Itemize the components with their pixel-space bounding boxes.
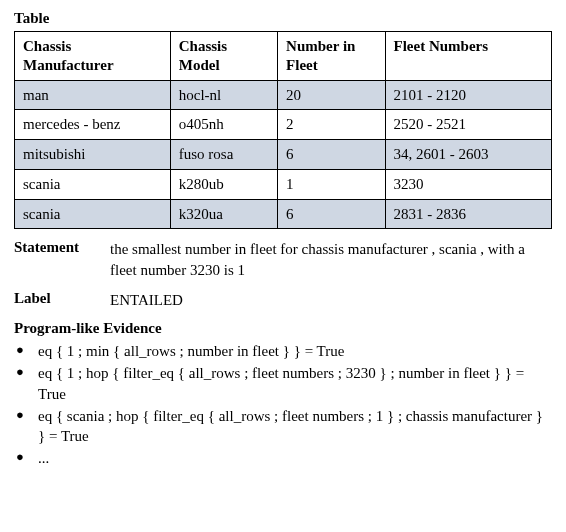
table-row: mercedes - benzo405nh22520 - 2521 <box>15 110 552 140</box>
statement-text: the smallest number in fleet for chassis… <box>110 239 552 280</box>
table-row: scaniak280ub13230 <box>15 169 552 199</box>
table-cell: 2831 - 2836 <box>385 199 552 229</box>
table-cell: k280ub <box>170 169 277 199</box>
table-row: scaniak320ua62831 - 2836 <box>15 199 552 229</box>
table-cell: 1 <box>278 169 385 199</box>
table-cell: 34, 2601 - 2603 <box>385 140 552 170</box>
table-cell: mercedes - benz <box>15 110 171 140</box>
label-text: ENTAILED <box>110 290 552 310</box>
statement-key: Statement <box>14 239 110 256</box>
evidence-item: eq { scania ; hop { filter_eq { all_rows… <box>14 406 552 447</box>
table-header-row: Chassis Manufacturer Chassis Model Numbe… <box>15 32 552 81</box>
table-cell: 6 <box>278 140 385 170</box>
label-key: Label <box>14 290 110 307</box>
table-cell: mitsubishi <box>15 140 171 170</box>
statement-row: Statement the smallest number in fleet f… <box>14 239 552 280</box>
evidence-heading: Program-like Evidence <box>14 320 552 337</box>
table-body: manhocl-nl202101 - 2120mercedes - benzo4… <box>15 80 552 229</box>
chassis-table: Chassis Manufacturer Chassis Model Numbe… <box>14 31 552 229</box>
table-heading: Table <box>14 10 552 27</box>
table-cell: scania <box>15 199 171 229</box>
evidence-item: eq { 1 ; min { all_rows ; number in flee… <box>14 341 552 361</box>
table-row: mitsubishifuso rosa634, 2601 - 2603 <box>15 140 552 170</box>
evidence-item: ... <box>14 448 552 468</box>
table-cell: hocl-nl <box>170 80 277 110</box>
table-row: manhocl-nl202101 - 2120 <box>15 80 552 110</box>
table-header: Chassis Model <box>170 32 277 81</box>
table-cell: 2101 - 2120 <box>385 80 552 110</box>
table-cell: 3230 <box>385 169 552 199</box>
table-cell: 2 <box>278 110 385 140</box>
table-header: Number in Fleet <box>278 32 385 81</box>
table-cell: man <box>15 80 171 110</box>
table-header: Fleet Numbers <box>385 32 552 81</box>
table-header: Chassis Manufacturer <box>15 32 171 81</box>
table-cell: 2520 - 2521 <box>385 110 552 140</box>
label-row: Label ENTAILED <box>14 290 552 310</box>
table-cell: k320ua <box>170 199 277 229</box>
table-cell: 20 <box>278 80 385 110</box>
table-cell: fuso rosa <box>170 140 277 170</box>
table-cell: o405nh <box>170 110 277 140</box>
table-cell: scania <box>15 169 171 199</box>
evidence-list: eq { 1 ; min { all_rows ; number in flee… <box>14 341 552 469</box>
table-cell: 6 <box>278 199 385 229</box>
evidence-item: eq { 1 ; hop { filter_eq { all_rows ; fl… <box>14 363 552 404</box>
